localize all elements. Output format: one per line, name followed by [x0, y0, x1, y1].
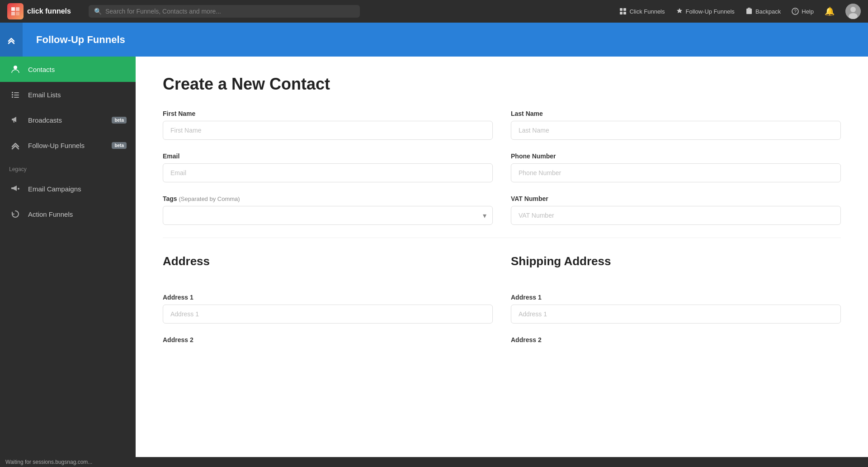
- status-bar: Waiting for sessions.bugsnag.com...: [0, 457, 868, 467]
- first-name-input[interactable]: [163, 121, 493, 140]
- phone-input[interactable]: [511, 163, 841, 182]
- sidebar-item-email-lists[interactable]: Email Lists: [0, 82, 136, 107]
- chevrons-up-icon: [6, 35, 16, 45]
- follow-up-funnels-icon: [9, 139, 22, 152]
- address-section-title: Address: [163, 254, 493, 268]
- vat-input[interactable]: [511, 206, 841, 225]
- sidebar-item-contacts[interactable]: Contacts: [0, 57, 136, 82]
- email-label: Email: [163, 152, 493, 160]
- sidebar-item-broadcasts[interactable]: Broadcasts beta: [0, 107, 136, 133]
- address2-row: Address 2 Address 2: [163, 336, 841, 343]
- top-navigation: click funnels 🔍 Click Funnels Follow-Up …: [0, 0, 868, 23]
- sidebar-item-action-funnels-label: Action Funnels: [28, 210, 73, 218]
- follow-up-funnels-beta-badge: beta: [112, 142, 127, 149]
- sidebar-item-broadcasts-label: Broadcasts: [28, 116, 62, 124]
- address-header-group: Address: [163, 254, 493, 281]
- sidebar-item-follow-up-funnels-label: Follow-Up Funnels: [28, 142, 85, 149]
- first-name-label: First Name: [163, 110, 493, 117]
- svg-rect-14: [12, 92, 13, 93]
- logo-icon: [7, 3, 24, 19]
- help-icon: ?: [792, 8, 799, 15]
- history-icon: [9, 208, 22, 220]
- logo[interactable]: click funnels: [7, 3, 80, 19]
- tags-label: Tags (Separated by Comma): [163, 195, 493, 202]
- search-input[interactable]: [105, 8, 354, 15]
- sidebar-item-follow-up-funnels[interactable]: Follow-Up Funnels beta: [0, 133, 136, 158]
- app-body: Contacts Email Lists: [0, 57, 868, 467]
- svg-rect-16: [12, 94, 13, 95]
- address-headers-row: Address Shipping Address: [163, 254, 841, 281]
- search-icon: 🔍: [94, 8, 102, 15]
- svg-rect-7: [623, 12, 626, 14]
- svg-rect-6: [620, 12, 623, 14]
- shipping-address1-input[interactable]: [511, 305, 841, 324]
- section-title: Follow-Up Funnels: [36, 34, 125, 46]
- page-title: Create a New Contact: [163, 75, 841, 94]
- follow-up-funnels-nav-icon: [676, 8, 683, 15]
- broadcasts-beta-badge: beta: [112, 117, 127, 124]
- section-divider: [163, 238, 841, 238]
- svg-rect-5: [623, 8, 626, 11]
- nav-link-follow-up-funnels-label: Follow-Up Funnels: [686, 8, 735, 15]
- last-name-group: Last Name: [511, 110, 841, 140]
- nav-links: Click Funnels Follow-Up Funnels Backpack…: [619, 4, 861, 19]
- sidebar-item-contacts-label: Contacts: [28, 66, 55, 73]
- nav-link-help[interactable]: ? Help: [792, 8, 814, 15]
- click-funnels-icon: [619, 8, 627, 15]
- shipping-address1-label: Address 1: [511, 294, 841, 301]
- phone-label: Phone Number: [511, 152, 841, 160]
- address1-group: Address 1: [163, 294, 493, 324]
- notification-bell[interactable]: 🔔: [825, 6, 835, 16]
- sidebar-item-email-campaigns-label: Email Campaigns: [28, 185, 81, 193]
- logo-text: click funnels: [27, 7, 71, 15]
- svg-rect-3: [16, 12, 19, 15]
- nav-link-click-funnels-label: Click Funnels: [629, 8, 665, 15]
- address1-input[interactable]: [163, 305, 493, 324]
- shipping-address-header-group: Shipping Address: [511, 254, 841, 281]
- svg-rect-0: [11, 7, 15, 11]
- backpack-icon: [745, 8, 753, 15]
- back-arrow-button[interactable]: [0, 23, 23, 57]
- sidebar-item-email-lists-label: Email Lists: [28, 91, 61, 99]
- last-name-input[interactable]: [511, 121, 841, 140]
- address1-label: Address 1: [163, 294, 493, 301]
- nav-link-click-funnels[interactable]: Click Funnels: [619, 8, 665, 15]
- vat-group: VAT Number: [511, 195, 841, 225]
- shipping-address-section-title: Shipping Address: [511, 254, 841, 268]
- tags-sublabel: (Separated by Comma): [179, 195, 240, 202]
- shipping-address2-group: Address 2: [511, 336, 841, 343]
- shipping-address1-group: Address 1: [511, 294, 841, 324]
- shipping-address2-label: Address 2: [511, 336, 841, 343]
- list-icon: [9, 88, 22, 101]
- legacy-section-label: Legacy: [0, 158, 136, 176]
- tags-vat-row: Tags (Separated by Comma) VAT Number: [163, 195, 841, 225]
- person-icon: [9, 63, 22, 76]
- svg-point-13: [14, 66, 17, 69]
- first-name-group: First Name: [163, 110, 493, 140]
- email-phone-row: Email Phone Number: [163, 152, 841, 182]
- svg-point-20: [18, 188, 19, 190]
- svg-text:?: ?: [794, 9, 797, 14]
- tags-group: Tags (Separated by Comma): [163, 195, 493, 225]
- sidebar-item-email-campaigns[interactable]: Email Campaigns: [0, 176, 136, 201]
- name-row: First Name Last Name: [163, 110, 841, 140]
- nav-link-follow-up-funnels[interactable]: Follow-Up Funnels: [676, 8, 735, 15]
- main-content: Create a New Contact First Name Last Nam…: [136, 57, 868, 467]
- svg-rect-15: [14, 92, 19, 93]
- svg-rect-17: [14, 95, 19, 95]
- address2-label: Address 2: [163, 336, 493, 343]
- nav-link-backpack[interactable]: Backpack: [745, 8, 781, 15]
- avatar[interactable]: [845, 4, 861, 19]
- email-input[interactable]: [163, 163, 493, 182]
- nav-link-backpack-label: Backpack: [755, 8, 781, 15]
- vat-label: VAT Number: [511, 195, 841, 202]
- tags-select[interactable]: [163, 206, 493, 225]
- search-bar[interactable]: 🔍: [89, 5, 360, 18]
- sidebar-item-action-funnels[interactable]: Action Funnels: [0, 201, 136, 227]
- address1-row: Address 1 Address 1: [163, 294, 841, 324]
- svg-rect-19: [14, 97, 19, 98]
- email-group: Email: [163, 152, 493, 182]
- last-name-label: Last Name: [511, 110, 841, 117]
- phone-group: Phone Number: [511, 152, 841, 182]
- tags-select-wrapper: [163, 206, 493, 225]
